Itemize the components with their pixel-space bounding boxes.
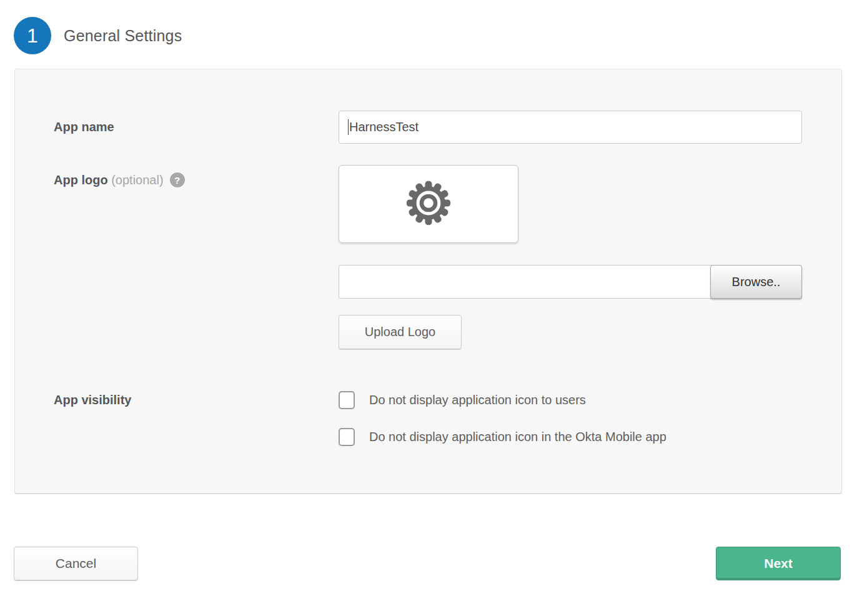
app-name-input[interactable] — [339, 111, 802, 144]
upload-logo-button[interactable]: Upload Logo — [339, 315, 462, 349]
app-visibility-control-col: Do not display application icon to users… — [339, 391, 802, 446]
step-number-badge: 1 — [14, 17, 51, 54]
app-logo-control-col: Browse.. Upload Logo — [339, 165, 802, 349]
checkbox-label-hide-icon-mobile[interactable]: Do not display application icon in the O… — [369, 430, 666, 444]
app-visibility-label-col: App visibility — [15, 391, 339, 407]
browse-button[interactable]: Browse.. — [710, 265, 802, 299]
cancel-button[interactable]: Cancel — [14, 547, 138, 580]
app-visibility-row: App visibility Do not display applicatio… — [15, 391, 841, 446]
visibility-option-users: Do not display application icon to users — [339, 391, 802, 409]
app-name-label-col: App name — [15, 120, 339, 134]
wizard-footer: Cancel Next — [14, 547, 841, 580]
next-button[interactable]: Next — [716, 547, 841, 580]
question-mark-icon[interactable]: ? — [170, 172, 185, 187]
app-name-input-wrap — [339, 111, 802, 144]
step-header: 1 General Settings — [0, 0, 867, 54]
general-settings-page: 1 General Settings App name App logo (op… — [0, 0, 867, 616]
app-visibility-label: App visibility — [54, 393, 131, 407]
app-name-control-col — [339, 111, 802, 144]
step-number: 1 — [27, 24, 38, 47]
app-logo-row: App logo (optional) ? — [15, 165, 841, 349]
checkbox-hide-icon-mobile[interactable] — [339, 428, 355, 446]
checkbox-label-hide-icon-users[interactable]: Do not display application icon to users — [369, 393, 586, 407]
general-settings-panel: App name App logo (optional) ? — [14, 69, 842, 494]
page-title: General Settings — [64, 27, 182, 45]
app-name-row: App name — [15, 111, 841, 144]
visibility-option-mobile: Do not display application icon in the O… — [339, 428, 802, 446]
checkbox-hide-icon-users[interactable] — [339, 391, 355, 409]
app-logo-label: App logo (optional) — [54, 173, 164, 187]
app-logo-optional-text: (optional) — [111, 173, 163, 187]
app-logo-label-col: App logo (optional) ? — [15, 165, 339, 187]
text-cursor — [348, 119, 349, 135]
logo-file-input-row: Browse.. — [339, 265, 802, 299]
app-logo-preview — [339, 165, 518, 243]
app-name-label: App name — [54, 120, 114, 134]
gear-icon — [405, 180, 452, 229]
